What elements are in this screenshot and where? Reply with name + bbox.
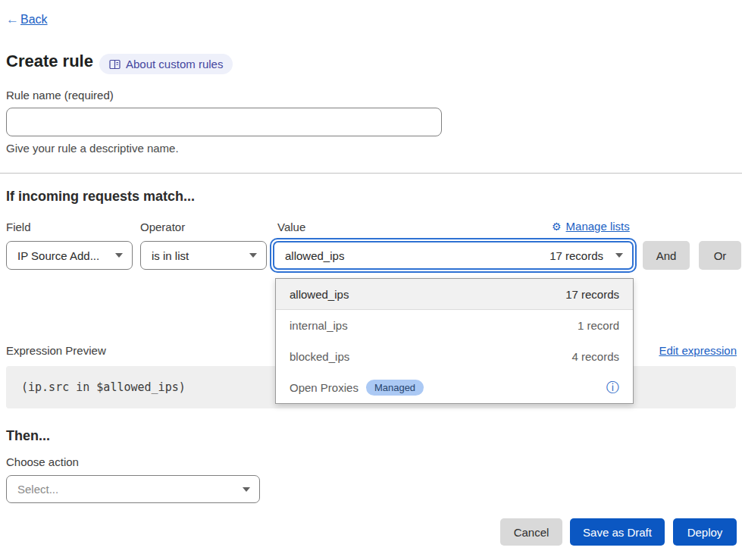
field-label: Field bbox=[6, 221, 31, 233]
back-link[interactable]: ←Back bbox=[6, 12, 48, 27]
field-select-value: IP Source Add... bbox=[17, 249, 99, 262]
rule-name-helper-text: Give your rule a descriptive name. bbox=[6, 142, 179, 155]
dropdown-item-internal-ips[interactable]: internal_ips 1 record bbox=[276, 310, 633, 341]
chevron-down-icon bbox=[249, 253, 257, 258]
manage-lists-label: Manage lists bbox=[566, 220, 630, 233]
value-select-focus-ring: allowed_ips 17 records bbox=[270, 238, 637, 273]
field-select[interactable]: IP Source Add... bbox=[6, 241, 133, 270]
operator-select[interactable]: is in list bbox=[140, 241, 267, 270]
about-custom-rules-badge[interactable]: About custom rules bbox=[99, 54, 233, 74]
list-name: allowed_ips bbox=[290, 288, 349, 301]
or-button[interactable]: Or bbox=[699, 241, 741, 270]
dropdown-item-open-proxies[interactable]: Open Proxies Managed ⓘ bbox=[276, 372, 633, 403]
list-name: blocked_ips bbox=[290, 350, 349, 363]
cancel-button[interactable]: Cancel bbox=[500, 518, 562, 546]
about-custom-rules-label: About custom rules bbox=[126, 58, 223, 70]
list-record-count: 4 records bbox=[571, 350, 619, 363]
expression-preview-label: Expression Preview bbox=[6, 344, 106, 357]
operator-label: Operator bbox=[140, 221, 185, 233]
rule-name-input[interactable] bbox=[6, 108, 442, 136]
then-section-heading: Then... bbox=[6, 428, 50, 444]
list-record-count: 17 records bbox=[565, 288, 619, 301]
dropdown-item-blocked-ips[interactable]: blocked_ips 4 records bbox=[276, 341, 633, 372]
gear-icon: ⚙ bbox=[552, 221, 562, 233]
back-link-label: Back bbox=[20, 13, 48, 27]
info-icon[interactable]: ⓘ bbox=[606, 379, 619, 396]
rule-name-label: Rule name (required) bbox=[6, 89, 114, 102]
managed-badge: Managed bbox=[366, 380, 424, 396]
back-arrow-icon: ← bbox=[6, 12, 19, 27]
chevron-down-icon bbox=[615, 253, 623, 258]
and-button[interactable]: And bbox=[643, 241, 690, 270]
chevron-down-icon bbox=[115, 253, 123, 258]
dropdown-item-allowed-ips[interactable]: allowed_ips 17 records bbox=[276, 279, 633, 310]
list-name: internal_ips bbox=[290, 319, 348, 332]
expression-code: (ip.src in $allowed_ips) bbox=[21, 380, 186, 394]
value-dropdown-panel: allowed_ips 17 records internal_ips 1 re… bbox=[275, 278, 634, 404]
value-select-name: allowed_ips bbox=[285, 249, 344, 262]
deploy-button[interactable]: Deploy bbox=[673, 518, 737, 546]
operator-select-value: is in list bbox=[152, 249, 189, 262]
value-label: Value bbox=[277, 221, 305, 233]
action-select[interactable]: Select... bbox=[6, 475, 260, 503]
manage-lists-link[interactable]: ⚙ Manage lists bbox=[552, 220, 630, 233]
action-select-placeholder: Select... bbox=[17, 483, 58, 496]
value-select[interactable]: allowed_ips 17 records bbox=[273, 241, 634, 270]
choose-action-label: Choose action bbox=[6, 455, 79, 468]
section-divider bbox=[0, 173, 742, 174]
book-icon bbox=[109, 59, 121, 70]
save-as-draft-button[interactable]: Save as Draft bbox=[570, 518, 665, 546]
chevron-down-icon bbox=[243, 487, 250, 492]
list-name: Open Proxies bbox=[290, 381, 358, 394]
create-rule-page: ←Back Create rule About custom rules Rul… bbox=[0, 0, 742, 560]
page-title: Create rule bbox=[6, 52, 93, 71]
match-section-heading: If incoming requests match... bbox=[6, 189, 195, 205]
edit-expression-link[interactable]: Edit expression bbox=[659, 344, 737, 357]
list-record-count: 1 record bbox=[578, 319, 619, 332]
value-select-record-count: 17 records bbox=[549, 249, 603, 262]
